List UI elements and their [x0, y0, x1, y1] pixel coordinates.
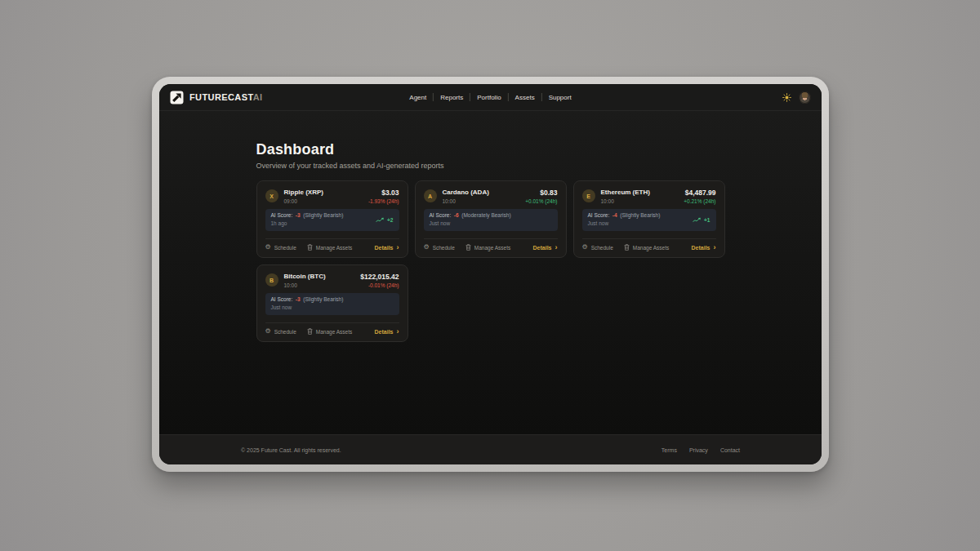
schedule-button[interactable]: ⚙Schedule — [424, 244, 455, 251]
trash-icon — [307, 244, 313, 251]
brand-logo-icon — [170, 91, 184, 104]
ai-sentiment: (Moderately Bearish) — [461, 212, 510, 218]
asset-time: 10:00 — [284, 282, 326, 288]
footer-links: Terms Privacy Contact — [662, 447, 740, 453]
asset-card-cardano: A Cardano (ADA) 10:00 $0.83 +0.01% (24h) — [415, 180, 567, 258]
asset-time: 10:00 — [601, 198, 650, 204]
trash-icon — [307, 328, 313, 335]
asset-symbol-badge: E — [582, 189, 595, 202]
gear-icon: ⚙ — [582, 244, 588, 251]
nav-item-portfolio[interactable]: Portfolio — [470, 91, 507, 104]
ai-updated: Just now — [430, 220, 511, 227]
asset-price: $4,487.99 — [684, 189, 715, 197]
chevron-right-icon: › — [714, 245, 716, 251]
asset-symbol-badge: X — [265, 189, 278, 202]
ai-sentiment: (Slightly Bearish) — [303, 296, 343, 302]
ai-score-value: -6 — [454, 212, 459, 218]
ai-score-value: -4 — [612, 212, 617, 218]
ai-score-label: AI Score: — [588, 212, 610, 218]
ai-score-panel: AI Score: -6 (Moderately Bearish) Just n… — [424, 209, 558, 231]
asset-symbol-badge: B — [265, 273, 278, 287]
user-avatar[interactable] — [799, 91, 811, 104]
trash-icon — [466, 244, 471, 251]
main-area: Dashboard Overview of your tracked asset… — [159, 111, 822, 434]
details-button[interactable]: Details› — [375, 329, 399, 335]
ai-score-label: AI Score: — [430, 212, 452, 218]
ai-score-value: -3 — [296, 212, 301, 218]
ai-sentiment: (Slightly Bearish) — [303, 212, 343, 218]
ai-score-panel: AI Score: -4 (Slightly Bearish) Just now… — [582, 209, 716, 231]
manage-assets-button[interactable]: Manage Assets — [307, 244, 352, 251]
asset-time: 09:00 — [284, 198, 323, 204]
ai-updated: Just now — [271, 304, 344, 311]
manage-assets-button[interactable]: Manage Assets — [466, 244, 510, 251]
asset-change: -0.01% (24h) — [360, 282, 399, 288]
schedule-button[interactable]: ⚙Schedule — [265, 244, 296, 251]
asset-card-bitcoin: B Bitcoin (BTC) 10:00 $122,015.42 -0.01%… — [256, 264, 408, 342]
schedule-button[interactable]: ⚙Schedule — [265, 328, 296, 335]
gear-icon: ⚙ — [265, 328, 271, 335]
page-subtitle: Overview of your tracked assets and AI-g… — [256, 162, 725, 170]
nav-item-assets[interactable]: Assets — [509, 91, 541, 104]
asset-name: Ripple (XRP) — [284, 189, 323, 197]
asset-symbol-badge: A — [424, 189, 437, 202]
footer-link-contact[interactable]: Contact — [720, 447, 740, 453]
trash-icon — [624, 244, 630, 251]
app-footer: © 2025 Future Cast. All rights reserved.… — [159, 434, 822, 464]
asset-price: $122,015.42 — [360, 273, 399, 281]
ai-sentiment: (Slightly Bearish) — [620, 212, 660, 218]
app-window: FUTURECASTAI Agent Reports Portfolio Ass… — [159, 84, 822, 464]
ai-score-label: AI Score: — [271, 212, 293, 218]
gear-icon: ⚙ — [424, 244, 430, 251]
gear-icon: ⚙ — [265, 244, 271, 251]
sun-icon — [782, 93, 791, 102]
theme-toggle-button[interactable] — [782, 92, 791, 102]
sparkline-icon — [693, 217, 702, 223]
main-nav: Agent Reports Portfolio Assets Support — [403, 84, 577, 110]
ai-updated: 1h ago — [271, 220, 344, 227]
chevron-right-icon: › — [397, 329, 399, 335]
asset-name: Bitcoin (BTC) — [284, 273, 326, 281]
ai-score-panel: AI Score: -3 (Slightly Bearish) 1h ago +… — [265, 209, 399, 231]
ai-score-value: -3 — [296, 296, 301, 302]
brand-logo[interactable]: FUTURECASTAI — [170, 91, 263, 104]
asset-time: 10:00 — [443, 198, 489, 204]
page-title: Dashboard — [256, 141, 725, 158]
manage-assets-button[interactable]: Manage Assets — [624, 244, 669, 251]
header-right — [782, 91, 811, 104]
asset-name: Ethereum (ETH) — [601, 189, 650, 197]
details-button[interactable]: Details› — [692, 245, 716, 251]
device-frame: FUTURECASTAI Agent Reports Portfolio Ass… — [152, 77, 829, 472]
sparkline-icon — [376, 217, 385, 223]
app-header: FUTURECASTAI Agent Reports Portfolio Ass… — [159, 84, 822, 111]
asset-card-grid: X Ripple (XRP) 09:00 $3.03 -1.93% (24h) — [256, 180, 725, 342]
asset-change: +0.21% (24h) — [684, 198, 715, 204]
copyright-text: © 2025 Future Cast. All rights reserved. — [241, 447, 341, 453]
nav-item-support[interactable]: Support — [542, 91, 578, 104]
details-button[interactable]: Details› — [533, 245, 558, 251]
ai-score-panel: AI Score: -3 (Slightly Bearish) Just now — [265, 293, 399, 315]
manage-assets-button[interactable]: Manage Assets — [307, 328, 352, 335]
asset-price: $0.83 — [525, 189, 557, 197]
asset-card-ethereum: E Ethereum (ETH) 10:00 $4,487.99 +0.21% … — [573, 180, 725, 258]
footer-link-terms[interactable]: Terms — [662, 447, 677, 453]
brand-name: FUTURECASTAI — [189, 92, 263, 102]
ai-delta-value: +1 — [704, 217, 710, 223]
nav-item-reports[interactable]: Reports — [434, 91, 470, 104]
schedule-button[interactable]: ⚙Schedule — [582, 244, 613, 251]
ai-delta-value: +2 — [387, 217, 393, 223]
chevron-right-icon: › — [397, 245, 399, 251]
asset-change: +0.01% (24h) — [525, 198, 557, 204]
asset-change: -1.93% (24h) — [368, 198, 399, 204]
ai-updated: Just now — [588, 220, 661, 227]
asset-price: $3.03 — [368, 189, 399, 197]
asset-name: Cardano (ADA) — [443, 189, 489, 197]
ai-score-label: AI Score: — [271, 296, 293, 302]
details-button[interactable]: Details› — [375, 245, 399, 251]
footer-link-privacy[interactable]: Privacy — [689, 447, 708, 453]
nav-item-agent[interactable]: Agent — [403, 91, 433, 104]
chevron-right-icon: › — [555, 245, 558, 251]
asset-card-ripple: X Ripple (XRP) 09:00 $3.03 -1.93% (24h) — [256, 180, 408, 258]
